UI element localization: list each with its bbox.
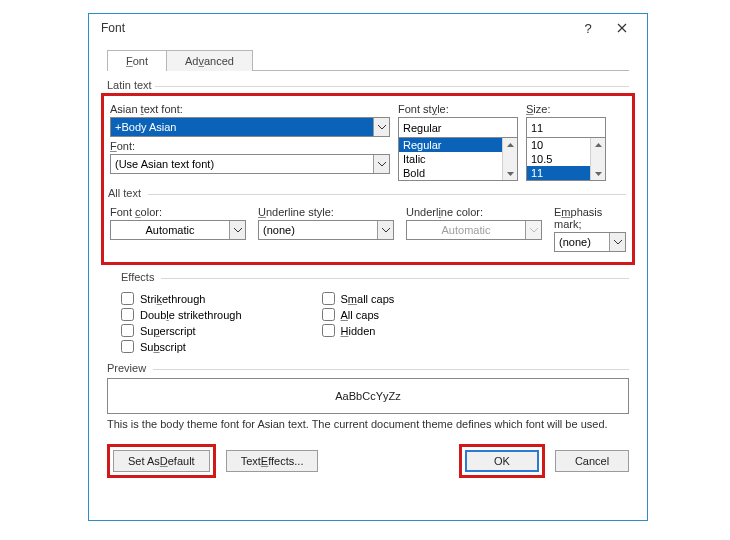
highlight-box-ok: OK xyxy=(459,444,545,478)
chevron-down-icon xyxy=(377,221,393,239)
preview-text: AaBbCcYyZz xyxy=(335,390,400,402)
label-asian-font: Asian text font: xyxy=(110,103,390,115)
list-item[interactable]: Italic xyxy=(399,152,517,166)
label-all-caps: All caps xyxy=(341,309,380,321)
tab-strip: Font Advanced xyxy=(107,48,647,70)
scroll-up-icon[interactable] xyxy=(591,138,605,151)
checkbox-double-strikethrough[interactable] xyxy=(121,308,134,321)
ok-button[interactable]: OK xyxy=(465,450,539,472)
group-all-text: All text xyxy=(108,187,626,199)
tab-advanced[interactable]: Advanced xyxy=(167,50,253,71)
underline-color-combo: Automatic xyxy=(406,220,542,240)
label-double-strikethrough: Double strikethrough xyxy=(140,309,242,321)
effects-grid: Strikethrough Double strikethrough Super… xyxy=(121,289,629,356)
close-icon xyxy=(617,23,627,33)
checkbox-small-caps[interactable] xyxy=(322,292,335,305)
size-input[interactable]: 11 xyxy=(526,117,606,137)
chevron-down-icon xyxy=(229,221,245,239)
cancel-button[interactable]: Cancel xyxy=(555,450,629,472)
label-hidden: Hidden xyxy=(341,325,376,337)
list-item[interactable]: Regular xyxy=(399,138,517,152)
preview-note: This is the body theme font for Asian te… xyxy=(107,418,629,430)
scroll-down-icon[interactable] xyxy=(591,167,605,180)
group-effects: Effects xyxy=(121,271,629,283)
font-style-value: Regular xyxy=(399,122,517,134)
font-combo[interactable]: (Use Asian text font) xyxy=(110,154,390,174)
label-font: Font: xyxy=(110,140,390,152)
font-color-combo[interactable]: Automatic xyxy=(110,220,246,240)
close-button[interactable] xyxy=(605,17,639,39)
font-dialog: Font ? Font Advanced Latin text Asian te… xyxy=(88,13,648,521)
button-bar: Set As Default Text Effects... OK Cancel xyxy=(107,444,629,478)
emphasis-mark-combo[interactable]: (none) xyxy=(554,232,626,252)
label-underline-style: Underline style: xyxy=(258,206,394,218)
label-strikethrough: Strikethrough xyxy=(140,293,205,305)
font-style-list[interactable]: Regular Italic Bold xyxy=(398,137,518,181)
chevron-down-icon xyxy=(525,221,541,239)
set-default-button[interactable]: Set As Default xyxy=(113,450,210,472)
preview-box: AaBbCcYyZz xyxy=(107,378,629,414)
label-underline-color: Underline color: xyxy=(406,206,542,218)
text-effects-button[interactable]: Text Effects... xyxy=(226,450,319,472)
underline-style-value: (none) xyxy=(259,224,377,236)
group-preview: Preview xyxy=(107,362,629,374)
label-font-color: Font color: xyxy=(110,206,246,218)
checkbox-subscript[interactable] xyxy=(121,340,134,353)
checkbox-hidden[interactable] xyxy=(322,324,335,337)
asian-font-combo[interactable]: +Body Asian xyxy=(110,117,390,137)
size-list[interactable]: 10 10.5 11 xyxy=(526,137,606,181)
checkbox-superscript[interactable] xyxy=(121,324,134,337)
underline-style-combo[interactable]: (none) xyxy=(258,220,394,240)
chevron-down-icon xyxy=(609,233,625,251)
chevron-down-icon xyxy=(373,118,389,136)
tab-content: Latin text Asian text font: +Body Asian … xyxy=(107,70,629,430)
help-button[interactable]: ? xyxy=(571,17,605,39)
label-small-caps: Small caps xyxy=(341,293,395,305)
scroll-up-icon[interactable] xyxy=(503,138,517,151)
asian-font-value: +Body Asian xyxy=(111,118,373,136)
tab-font[interactable]: Font xyxy=(107,50,167,71)
emphasis-mark-value: (none) xyxy=(555,236,609,248)
dialog-title: Font xyxy=(101,21,571,35)
scrollbar[interactable] xyxy=(502,138,517,180)
highlight-box-top: Asian text font: +Body Asian Font: (Use … xyxy=(101,93,635,265)
size-value: 11 xyxy=(527,122,605,134)
checkbox-all-caps[interactable] xyxy=(322,308,335,321)
label-font-style: Font style: xyxy=(398,103,518,115)
label-subscript: Subscript xyxy=(140,341,186,353)
font-value: (Use Asian text font) xyxy=(111,158,373,170)
label-size: Size: xyxy=(526,103,606,115)
label-emphasis-mark: Emphasis mark; xyxy=(554,206,626,230)
checkbox-strikethrough[interactable] xyxy=(121,292,134,305)
scroll-down-icon[interactable] xyxy=(503,167,517,180)
highlight-box-default: Set As Default xyxy=(107,444,216,478)
underline-color-value: Automatic xyxy=(407,224,525,236)
font-color-value: Automatic xyxy=(111,224,229,236)
font-style-input[interactable]: Regular xyxy=(398,117,518,137)
list-item[interactable]: Bold xyxy=(399,166,517,180)
label-superscript: Superscript xyxy=(140,325,196,337)
group-latin-text: Latin text xyxy=(107,79,629,91)
chevron-down-icon xyxy=(373,155,389,173)
titlebar: Font ? xyxy=(89,14,647,42)
scrollbar[interactable] xyxy=(590,138,605,180)
